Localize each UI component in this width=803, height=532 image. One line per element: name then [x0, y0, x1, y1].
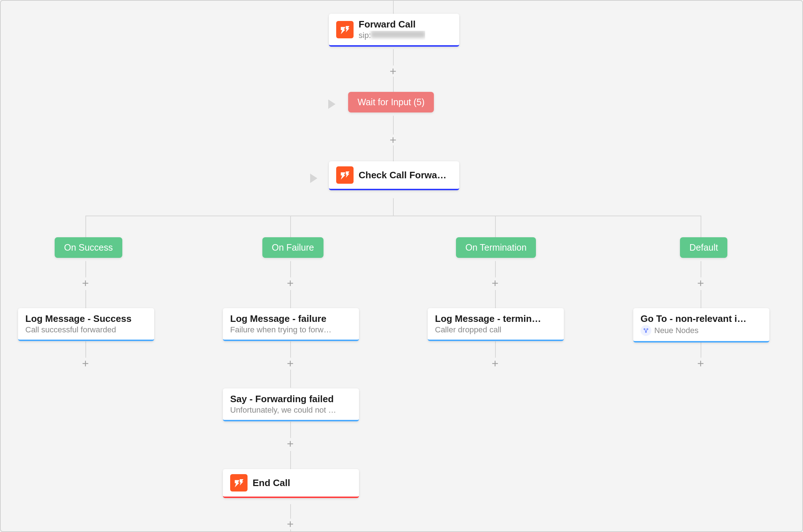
add-node-button[interactable]: + [490, 278, 500, 289]
node-subtitle: Failure when trying to forw… [230, 325, 352, 335]
chip-label: Default [689, 242, 718, 252]
flow-canvas[interactable]: + + + + + + + + + + + + Forward Call sip… [1, 1, 802, 531]
expand-toggle-icon[interactable] [310, 174, 317, 183]
add-node-button[interactable]: + [285, 358, 296, 369]
connector [495, 290, 496, 308]
node-check-call-forward[interactable]: Check Call Forwa… [329, 161, 459, 190]
add-node-button[interactable]: + [80, 278, 91, 289]
node-subtitle: Unfortunately, we could not … [230, 405, 352, 415]
connector [495, 261, 496, 277]
node-title: Forward Call [359, 19, 425, 30]
add-node-button[interactable]: + [80, 358, 91, 369]
add-node-button[interactable]: + [490, 358, 500, 369]
voice-gateway-icon [230, 474, 248, 491]
connector [393, 49, 394, 65]
connector [701, 290, 701, 308]
connector [85, 261, 86, 277]
node-title: Go To - non-relevant i… [641, 313, 762, 324]
node-title: Check Call Forwa… [359, 170, 447, 181]
branch-on-success[interactable]: On Success [55, 237, 122, 258]
node-log-termination[interactable]: Log Message - termin… Caller dropped cal… [428, 308, 564, 341]
connector [393, 116, 394, 135]
add-node-button[interactable]: + [388, 135, 398, 145]
chip-label: On Failure [272, 242, 314, 252]
voice-gateway-icon [336, 21, 354, 38]
connector [290, 341, 291, 358]
add-node-button[interactable]: + [388, 66, 398, 77]
node-subtitle: Caller dropped call [435, 325, 557, 335]
node-title: Say - Forwarding failed [230, 393, 352, 405]
node-log-success[interactable]: Log Message - Success Call successful fo… [18, 308, 154, 341]
add-node-button[interactable]: + [285, 278, 296, 289]
connector [290, 504, 291, 519]
connector [393, 145, 394, 161]
connector [495, 341, 496, 358]
node-log-failure[interactable]: Log Message - failure Failure when tryin… [223, 308, 359, 341]
connector [701, 341, 701, 358]
node-goto-nonrelevant[interactable]: Go To - non-relevant i… Neue Nodes [633, 308, 769, 342]
connector [393, 198, 394, 216]
connector [290, 370, 291, 388]
node-title: Log Message - termin… [435, 313, 557, 324]
connector [85, 216, 86, 237]
node-title: Log Message - failure [230, 313, 352, 324]
connector [290, 261, 291, 277]
connector [290, 422, 291, 438]
svg-point-2 [645, 331, 646, 332]
chip-label: On Termination [465, 242, 527, 252]
node-end-call[interactable]: End Call [223, 469, 359, 498]
node-title: Log Message - Success [25, 313, 147, 324]
branch-on-termination[interactable]: On Termination [456, 237, 536, 258]
node-subtitle: Neue Nodes [654, 326, 698, 335]
node-forward-call[interactable]: Forward Call sip:██████████ [329, 14, 459, 47]
connector [85, 290, 86, 308]
add-node-button[interactable]: + [285, 519, 296, 529]
add-node-button[interactable]: + [695, 358, 706, 369]
branch-default[interactable]: Default [680, 237, 727, 258]
connector [393, 77, 394, 92]
node-subtitle: sip:██████████ [359, 31, 425, 40]
chip-label: On Success [64, 242, 113, 252]
node-title: End Call [253, 477, 290, 489]
connector [393, 1, 394, 14]
connector [701, 261, 701, 277]
connector [495, 216, 496, 237]
node-say-forwarding-failed[interactable]: Say - Forwarding failed Unfortunately, w… [223, 388, 359, 421]
connector [290, 216, 291, 237]
connector [85, 216, 701, 216]
add-node-button[interactable]: + [695, 278, 706, 289]
connector [701, 216, 701, 237]
node-subtitle: Call successful forwarded [25, 325, 147, 335]
node-wait-for-input[interactable]: Wait for Input (5) [348, 92, 434, 112]
connector [290, 290, 291, 308]
svg-point-0 [644, 328, 645, 329]
chip-label: Wait for Input (5) [358, 97, 424, 107]
voice-gateway-icon [336, 166, 354, 184]
svg-point-1 [647, 328, 648, 329]
branch-on-failure[interactable]: On Failure [262, 237, 324, 258]
add-node-button[interactable]: + [285, 438, 296, 449]
node-subtitle-row: Neue Nodes [641, 325, 762, 336]
expand-toggle-icon[interactable] [328, 99, 335, 109]
connector [85, 341, 86, 358]
connector [290, 451, 291, 469]
flow-icon [641, 325, 651, 336]
